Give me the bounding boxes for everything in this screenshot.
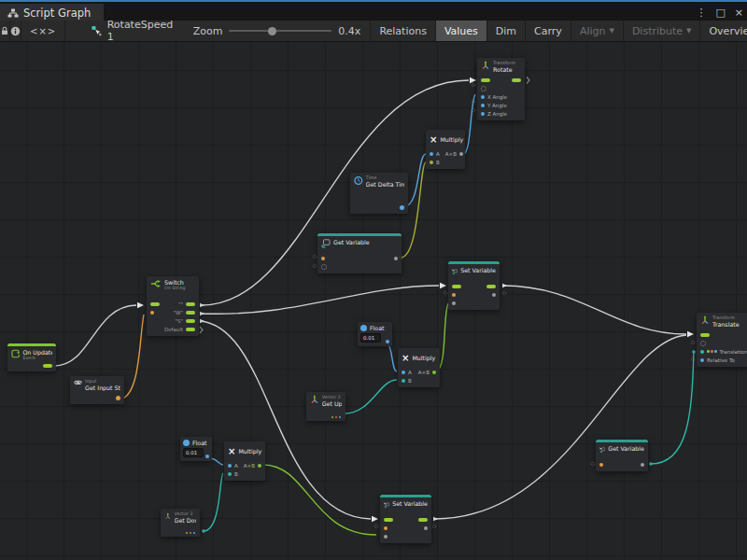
- node-title: Multiply: [440, 136, 463, 143]
- value-output-port[interactable]: [424, 526, 428, 530]
- values-button[interactable]: Values: [436, 21, 487, 41]
- value-input-port[interactable]: [384, 535, 388, 539]
- input-b-port[interactable]: [402, 379, 405, 383]
- graph-icon: [7, 8, 19, 18]
- close-icon[interactable]: ×: [735, 7, 743, 19]
- node-switch-on-string[interactable]: Switch On String "" "W" "S" Default: [147, 276, 199, 336]
- node-translate[interactable]: Transform Translate Translation Relative…: [697, 313, 747, 367]
- chevron-down-icon: ▼: [686, 27, 691, 35]
- info-icon: [10, 26, 21, 36]
- graph-breadcrumb[interactable]: RotateSpeed 1: [82, 21, 184, 41]
- x-angle-port[interactable]: [481, 95, 485, 99]
- distribute-button[interactable]: Distribute▼: [624, 21, 701, 41]
- y-angle-port[interactable]: [481, 104, 485, 107]
- relations-button[interactable]: Relations: [370, 21, 436, 41]
- case-output-port[interactable]: [186, 319, 195, 323]
- node-title: Set Variable: [460, 267, 496, 273]
- flow-input-port[interactable]: [481, 78, 490, 82]
- input-b-port[interactable]: [228, 472, 232, 476]
- translation-input-port[interactable]: [700, 350, 704, 354]
- variable-cube-icon: [321, 239, 331, 248]
- selector-input-port[interactable]: [150, 311, 154, 315]
- relative-to-input-port[interactable]: [700, 358, 704, 362]
- node-vector3-get-down[interactable]: Vector 3 Get Down: [161, 509, 200, 537]
- float-output-port[interactable]: [386, 340, 389, 343]
- maximize-icon[interactable]: □: [715, 7, 725, 19]
- float-value-field[interactable]: 0.01: [183, 448, 204, 457]
- dim-button[interactable]: Dim: [487, 21, 526, 41]
- float-value-field[interactable]: 0.01: [360, 333, 381, 343]
- name-input-port[interactable]: [321, 257, 325, 260]
- node-title: Translate: [712, 321, 740, 328]
- kebab-menu-icon[interactable]: ⋮: [696, 7, 706, 19]
- node-multiply-bottom[interactable]: × Multiply AA×B B: [224, 441, 265, 481]
- node-rotate[interactable]: Transform Rotate X Angle Y Angle Z Angle: [477, 58, 525, 120]
- node-title: Get Variable: [608, 445, 644, 452]
- output-port[interactable]: [432, 371, 436, 374]
- float-output-port[interactable]: [400, 205, 404, 210]
- flow-output-port[interactable]: [486, 285, 496, 288]
- branch-icon: [150, 279, 162, 288]
- node-get-input-string[interactable]: Input Get Input String: [70, 376, 124, 404]
- node-set-variable-bottom[interactable]: Set Variable: [380, 495, 431, 543]
- variable-cube-icon: [384, 500, 389, 510]
- overview-button[interactable]: Overview: [700, 21, 747, 41]
- name-input-port[interactable]: [452, 293, 456, 297]
- vector-output-port[interactable]: [331, 416, 342, 419]
- align-button[interactable]: Align▼: [571, 21, 624, 41]
- fallback-input-port[interactable]: [321, 264, 327, 270]
- carry-button[interactable]: Carry: [526, 21, 571, 41]
- output-port[interactable]: [258, 464, 261, 468]
- value-output-port[interactable]: [394, 257, 398, 260]
- node-multiply-mid[interactable]: × Multiply AA×B B: [398, 348, 440, 387]
- value-output-port[interactable]: [641, 463, 644, 467]
- flow-output-port[interactable]: [418, 518, 428, 522]
- target-input-port[interactable]: [700, 341, 706, 346]
- node-title: On Update: [22, 349, 52, 356]
- graph-canvas[interactable]: [0, 42, 747, 560]
- default-output-port[interactable]: [186, 328, 195, 331]
- flow-input-port[interactable]: [150, 302, 160, 306]
- node-get-delta-time[interactable]: Time Get Delta Time: [350, 173, 408, 214]
- input-a-port[interactable]: [228, 464, 232, 468]
- tab-script-graph[interactable]: Script Graph: [0, 4, 104, 22]
- z-angle-port[interactable]: [481, 112, 485, 116]
- node-multiply-top[interactable]: × Multiply AA×B B: [426, 130, 465, 169]
- node-get-variable-top[interactable]: Get Variable: [317, 233, 402, 273]
- flow-input-port[interactable]: [452, 285, 461, 288]
- case-output-port[interactable]: [186, 302, 195, 306]
- case-output-port[interactable]: [186, 311, 195, 315]
- port-label: X Angle: [487, 94, 507, 100]
- flow-input-port[interactable]: [700, 333, 710, 337]
- node-set-variable-top[interactable]: Set Variable: [448, 261, 500, 310]
- port-label: B: [234, 471, 238, 477]
- node-float-top[interactable]: Float 0.01: [358, 322, 392, 346]
- node-get-variable-right[interactable]: Get Variable: [596, 440, 648, 471]
- input-b-port[interactable]: [430, 161, 433, 164]
- node-vector3-get-up[interactable]: Vector 3 Get Up: [306, 392, 345, 421]
- name-input-port[interactable]: [384, 526, 388, 530]
- info-button[interactable]: [10, 21, 21, 41]
- zoom-slider[interactable]: [229, 30, 331, 32]
- node-title: Get Input String: [85, 385, 120, 391]
- zoom-slider-thumb[interactable]: [268, 27, 276, 35]
- string-output-port[interactable]: [116, 396, 120, 400]
- name-input-port[interactable]: [599, 463, 603, 467]
- lock-button[interactable]: [0, 21, 10, 41]
- value-input-port[interactable]: [452, 301, 456, 305]
- code-view-button[interactable]: <×>: [21, 21, 65, 41]
- flow-output-port[interactable]: [512, 78, 521, 82]
- vector-output-port[interactable]: [186, 532, 196, 535]
- output-port[interactable]: [459, 152, 463, 156]
- node-on-update[interactable]: On Update Event: [7, 343, 56, 371]
- flow-input-port[interactable]: [384, 518, 393, 522]
- target-input-port[interactable]: [481, 86, 486, 91]
- value-output-port[interactable]: [492, 293, 496, 297]
- port-label: A: [408, 370, 412, 375]
- float-output-port[interactable]: [205, 455, 209, 458]
- node-float-bottom[interactable]: Float 0.01: [180, 437, 212, 461]
- input-a-port[interactable]: [430, 152, 433, 156]
- flow-output-port[interactable]: [43, 364, 52, 368]
- input-a-port[interactable]: [402, 371, 405, 374]
- case-label: Default: [164, 327, 183, 332]
